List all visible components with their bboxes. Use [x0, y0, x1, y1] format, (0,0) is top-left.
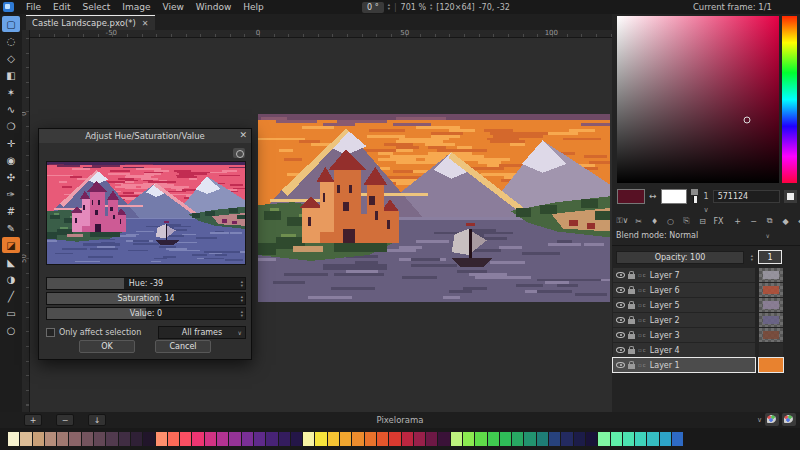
- slider-value[interactable]: Value: 0▴▾: [46, 307, 246, 320]
- tool-crop[interactable]: #: [2, 203, 20, 219]
- slider-spinner[interactable]: ▴▾: [241, 295, 243, 303]
- palette-swatch[interactable]: [660, 432, 671, 446]
- palette-swatch[interactable]: [402, 432, 413, 446]
- clone-frame-icon[interactable]: ⧉: [763, 215, 776, 227]
- palette-swatch[interactable]: [512, 432, 523, 446]
- palette-swatch[interactable]: [389, 432, 400, 446]
- slider-hue[interactable]: Hue: -39▴▾: [46, 277, 246, 290]
- palette-swatch[interactable]: [229, 432, 240, 446]
- palette-swatch[interactable]: [106, 432, 117, 446]
- palette-swatch[interactable]: [561, 432, 572, 446]
- visibility-eye-icon[interactable]: [616, 272, 625, 278]
- palette-swatch[interactable]: [574, 432, 585, 446]
- lock-icon[interactable]: [628, 319, 635, 324]
- layer-button-layer-1[interactable]: ▫cLayer 1: [613, 358, 755, 372]
- move-frame-left-icon[interactable]: ←: [795, 215, 800, 227]
- palette-swatch[interactable]: [242, 432, 253, 446]
- palette-swatch[interactable]: [365, 432, 376, 446]
- palette-swatch[interactable]: [537, 432, 548, 446]
- palette-swatch[interactable]: [217, 432, 228, 446]
- palette-swatch[interactable]: [340, 432, 351, 446]
- opacity-spinner[interactable]: ▴▾: [751, 254, 753, 262]
- rotation-input[interactable]: 0 °: [362, 2, 384, 13]
- layer-button-layer-6[interactable]: ▫cLayer 6: [613, 283, 755, 297]
- palette-swatch[interactable]: [69, 432, 80, 446]
- default-colors-icon[interactable]: [691, 189, 700, 204]
- tool-eraser[interactable]: ◪: [2, 237, 20, 253]
- palette-swatch[interactable]: [57, 432, 68, 446]
- menu-view[interactable]: View: [156, 2, 189, 12]
- visibility-eye-icon[interactable]: [616, 332, 625, 338]
- palette-swatch[interactable]: [377, 432, 388, 446]
- palette-swatch[interactable]: [488, 432, 499, 446]
- tool-zoom[interactable]: ◉: [2, 152, 20, 168]
- saturation-value-picker[interactable]: [617, 16, 779, 183]
- palette-swatch[interactable]: [451, 432, 462, 446]
- tool-bucket[interactable]: ◣: [2, 254, 20, 270]
- palette-swatch[interactable]: [131, 432, 142, 446]
- tool-select-by-color[interactable]: ◧: [2, 67, 20, 83]
- palette-swatch[interactable]: [82, 432, 93, 446]
- lock-icon[interactable]: [628, 349, 635, 354]
- palette-swatch[interactable]: [205, 432, 216, 446]
- palette-swatch[interactable]: [549, 432, 560, 446]
- tool-lasso[interactable]: ∿: [2, 101, 20, 117]
- palette-panel-icon[interactable]: [765, 413, 779, 426]
- tool-polygon-select[interactable]: ◇: [2, 50, 20, 66]
- dialog-title-bar[interactable]: Adjust Hue/Saturation/Value ✕: [39, 129, 251, 143]
- palette-swatch[interactable]: [45, 432, 56, 446]
- tool-line[interactable]: ╱: [2, 288, 20, 304]
- color-panel-expander-icon[interactable]: ∨: [612, 206, 800, 214]
- lock-icon[interactable]: [628, 289, 635, 294]
- slider-spinner[interactable]: ▴▾: [241, 310, 243, 318]
- tool-color-picker[interactable]: ✑: [2, 186, 20, 202]
- effects-icon[interactable]: FX: [712, 215, 725, 227]
- ok-button[interactable]: OK: [79, 340, 135, 353]
- horizontal-ruler[interactable]: -50050100: [30, 30, 612, 38]
- tool-shading[interactable]: ◑: [2, 271, 20, 287]
- slider-saturation[interactable]: Saturation: 14▴▾: [46, 292, 246, 305]
- layer-button-layer-2[interactable]: ▫cLayer 2: [613, 313, 755, 327]
- palette-swatch[interactable]: [352, 432, 363, 446]
- palette-swatch[interactable]: [598, 432, 609, 446]
- cel-thumbnail[interactable]: [759, 328, 783, 342]
- lock-cel-icon[interactable]: ⚿∨: [616, 215, 629, 227]
- tab-castle-landscape[interactable]: Castle Landscape.pxo(*) ✕: [26, 15, 155, 30]
- tool-pencil[interactable]: ✎: [2, 220, 20, 236]
- dialog-close-icon[interactable]: ✕: [239, 130, 247, 140]
- vertical-ruler[interactable]: 050: [22, 30, 30, 412]
- pixel-art-canvas[interactable]: [258, 114, 610, 302]
- clear-cel-icon[interactable]: ⊟: [696, 215, 709, 227]
- hue-slider[interactable]: [782, 16, 797, 183]
- zoom-level[interactable]: 701 %: [401, 3, 426, 12]
- lock-icon[interactable]: [628, 334, 635, 339]
- palette-swatch[interactable]: [328, 432, 339, 446]
- palette-swatch[interactable]: [156, 432, 167, 446]
- palette-swatch[interactable]: [635, 432, 646, 446]
- palette-swatch[interactable]: [500, 432, 511, 446]
- visibility-eye-icon[interactable]: [616, 347, 625, 353]
- new-palette-from-cel-icon[interactable]: ♦: [648, 215, 661, 227]
- frames-dropdown[interactable]: All frames ∨: [158, 326, 246, 339]
- copy-cel-icon[interactable]: ⎘: [680, 215, 693, 227]
- swap-colors-icon[interactable]: ↔: [649, 191, 657, 201]
- palette-swatch[interactable]: [180, 432, 191, 446]
- palette-swatch[interactable]: [8, 432, 19, 446]
- visibility-eye-icon[interactable]: [616, 287, 625, 293]
- tool-paint-select[interactable]: ❍: [2, 118, 20, 134]
- screen-color-picker-button[interactable]: [784, 190, 797, 203]
- menu-image[interactable]: Image: [116, 2, 156, 12]
- zoom-spinner[interactable]: ▴▾: [430, 3, 432, 11]
- primary-color-swatch[interactable]: [617, 189, 645, 204]
- cel-thumbnail[interactable]: [759, 298, 783, 312]
- lock-icon[interactable]: [628, 304, 635, 309]
- frame-1-header[interactable]: 1: [758, 250, 782, 264]
- tool-ellipse[interactable]: ○: [2, 322, 20, 338]
- menu-file[interactable]: File: [20, 2, 47, 12]
- palette-swatch[interactable]: [192, 432, 203, 446]
- tool-move[interactable]: ✛: [2, 135, 20, 151]
- palette-swatch[interactable]: [524, 432, 535, 446]
- slider-spinner[interactable]: ▴▾: [241, 280, 243, 288]
- palette-swatch[interactable]: [475, 432, 486, 446]
- palette-swatch[interactable]: [647, 432, 658, 446]
